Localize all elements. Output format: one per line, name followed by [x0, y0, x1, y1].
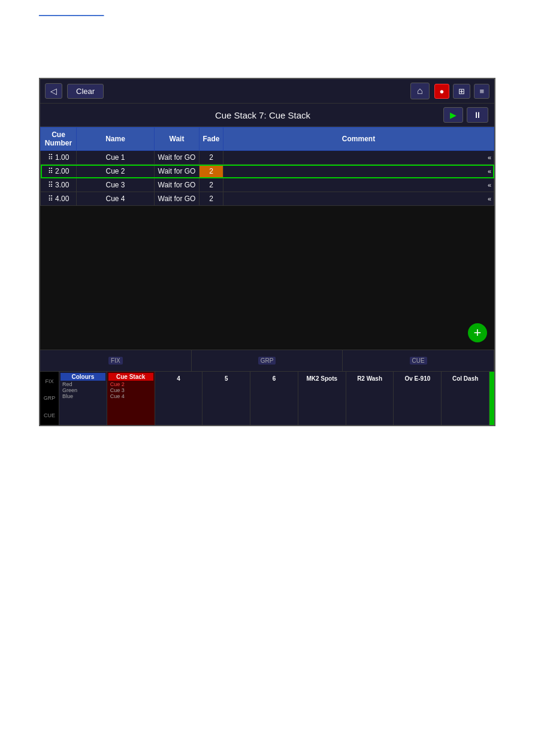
executor-name: 6	[252, 375, 297, 382]
executor-cell-r2_wash[interactable]: R2 Wash	[346, 372, 394, 425]
cue-fade: 2	[200, 178, 223, 192]
cue-name: Cue 1	[77, 151, 155, 165]
cue-wait: Wait for GO	[155, 151, 200, 165]
col-header-wait: Wait	[155, 127, 200, 151]
executor-name: Colours	[61, 373, 105, 381]
drag-handle: ⠿ 1.00	[41, 151, 77, 165]
drag-handle: ⠿ 4.00	[41, 192, 77, 206]
clear-button[interactable]: Clear	[67, 84, 104, 99]
executor-name: 5	[204, 375, 249, 382]
fix-label: FIX	[43, 378, 56, 384]
menu-button[interactable]: ≡	[474, 84, 489, 99]
tab-cue[interactable]: CUE	[343, 350, 494, 371]
grid-button[interactable]: ⊞	[453, 84, 470, 99]
drag-handle: ⠿ 2.00	[41, 165, 77, 178]
tab-grp[interactable]: GRP	[192, 350, 343, 371]
table-row[interactable]: ⠿ 3.00 Cue 3 Wait for GO 2 «	[41, 178, 494, 192]
executor-cell-col_dash[interactable]: Col Dash	[442, 372, 489, 425]
pause-button[interactable]: ⏸	[467, 107, 488, 123]
back-button[interactable]: ◁	[45, 83, 62, 99]
executor-cells: ColoursRedGreenBlueCue StackCue 2Cue 3Cu…	[59, 372, 489, 425]
cue-comment: «	[223, 165, 494, 178]
cue-comment: «	[223, 178, 494, 192]
col-header-cue-number: Cue Number	[41, 127, 77, 151]
table-row[interactable]: ⠿ 1.00 Cue 1 Wait for GO 2 «	[41, 151, 494, 165]
tab-grp-label: GRP	[258, 357, 276, 365]
table-row[interactable]: ⠿ 4.00 Cue 4 Wait for GO 2 «	[41, 192, 494, 206]
col-header-fade: Fade	[200, 127, 223, 151]
executor-name: 4	[156, 375, 201, 382]
executor-side-labels: FIX GRP CUE	[40, 372, 59, 425]
add-cue-button[interactable]: +	[468, 323, 487, 342]
executor-cell-cue_stack[interactable]: Cue StackCue 2Cue 3Cue 4	[107, 372, 155, 425]
executor-name: Col Dash	[443, 375, 488, 382]
grp-label: GRP	[43, 395, 56, 401]
executor-cell-colours[interactable]: ColoursRedGreenBlue	[59, 372, 107, 425]
top-link[interactable]: _______________	[0, 0, 535, 16]
executor-name: Cue Stack	[108, 373, 153, 381]
tab-fix[interactable]: FIX	[40, 350, 192, 371]
col-header-comment: Comment	[223, 127, 494, 151]
table-row[interactable]: ⠿ 2.00 Cue 2 Wait for GO 2 «	[41, 165, 494, 178]
executor-cell-4[interactable]: 4	[155, 372, 203, 425]
cue-name: Cue 3	[77, 178, 155, 192]
executor-cell-mk2_spots[interactable]: MK2 Spots	[298, 372, 346, 425]
executor-cue-item: Red	[62, 381, 104, 387]
executor-row: FIX GRP CUE ColoursRedGreenBlueCue Stack…	[40, 371, 494, 425]
cue-fade: 2	[200, 192, 223, 206]
record-button[interactable]: ●	[434, 84, 450, 99]
cue-comment: «	[223, 192, 494, 206]
cue-name: Cue 4	[77, 192, 155, 206]
col-header-name: Name	[77, 127, 155, 151]
cue-fade: 2	[200, 165, 223, 178]
home-button[interactable]: ⌂	[410, 83, 430, 99]
green-bar	[489, 372, 494, 425]
executor-cue-item: Cue 2	[110, 381, 152, 387]
tab-cue-label: CUE	[410, 357, 427, 365]
executor-name: Ov E-910	[395, 375, 440, 382]
toolbar-right: ● ⊞ ≡	[434, 84, 489, 99]
play-button[interactable]: ▶	[443, 107, 463, 123]
cue-stack-title: Cue Stack 7: Cue Stack	[82, 110, 443, 120]
executor-cell-6[interactable]: 6	[250, 372, 298, 425]
cue-wait: Wait for GO	[155, 192, 200, 206]
bottom-tabs-bar: FIX GRP CUE	[40, 350, 494, 371]
toolbar: ◁ Clear ⌂ ● ⊞ ≡	[40, 79, 494, 104]
executor-cue-item: Cue 4	[110, 393, 152, 399]
executor-name: R2 Wash	[347, 375, 392, 382]
executor-cue-item: Cue 3	[110, 387, 152, 393]
cue-fade: 2	[200, 151, 223, 165]
executor-cell-5[interactable]: 5	[202, 372, 250, 425]
tab-fix-label: FIX	[108, 357, 123, 365]
cue-wait: Wait for GO	[155, 165, 200, 178]
cue-table: Cue Number Name Wait Fade Comment ⠿ 1.00…	[40, 127, 494, 206]
ui-container: ◁ Clear ⌂ ● ⊞ ≡ Cue Stack 7: Cue Stack ▶…	[39, 78, 495, 426]
cue-comment: «	[223, 151, 494, 165]
empty-area: +	[40, 206, 494, 350]
cue-wait: Wait for GO	[155, 178, 200, 192]
executor-cue-item: Green	[62, 387, 104, 393]
cue-name: Cue 2	[77, 165, 155, 178]
executor-name: MK2 Spots	[300, 375, 344, 382]
drag-handle: ⠿ 3.00	[41, 178, 77, 192]
executor-cue-item: Blue	[62, 393, 104, 399]
title-bar: Cue Stack 7: Cue Stack ▶ ⏸	[40, 104, 494, 127]
executor-cell-ov_e910[interactable]: Ov E-910	[394, 372, 442, 425]
cue-label: CUE	[43, 412, 56, 418]
